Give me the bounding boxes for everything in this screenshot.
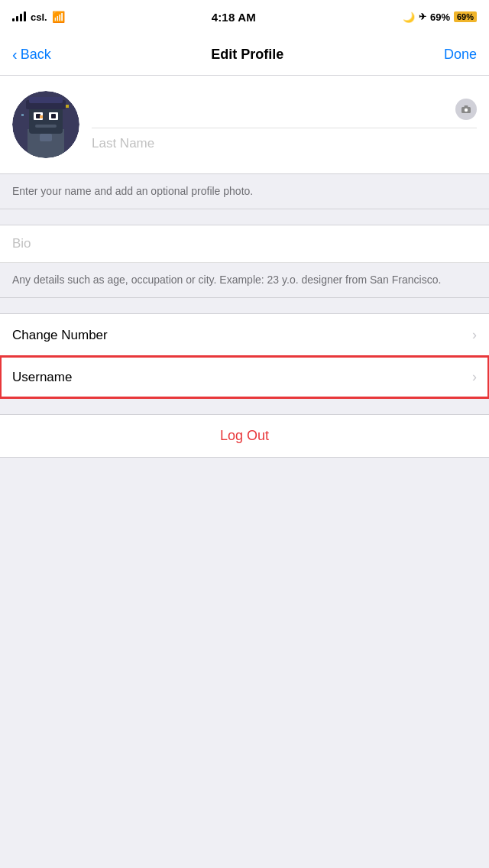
profile-section — [0, 76, 489, 174]
page-title: Edit Profile — [211, 47, 283, 63]
done-button[interactable]: Done — [444, 47, 477, 63]
camera-icon[interactable] — [455, 99, 477, 120]
settings-group: Change Number › Username › — [0, 313, 489, 399]
battery-icon: 69% — [454, 11, 477, 22]
svg-rect-13 — [66, 105, 69, 108]
status-right: 🌙 ✈ 69% 69% — [403, 11, 477, 23]
chevron-left-icon: ‹ — [12, 46, 18, 63]
status-bar: csl. 📶 4:18 AM 🌙 ✈ 69% 69% — [0, 0, 489, 34]
svg-rect-7 — [51, 114, 56, 118]
first-name-input[interactable] — [92, 102, 449, 117]
svg-rect-11 — [40, 115, 43, 118]
svg-rect-14 — [21, 114, 24, 116]
logout-section: Log Out — [0, 414, 489, 458]
svg-rect-8 — [35, 125, 57, 128]
bio-helper-text: Any details such as age, occupation or c… — [0, 263, 489, 297]
avatar[interactable] — [12, 91, 79, 158]
name-fields — [92, 99, 477, 151]
back-button[interactable]: ‹ Back — [12, 46, 51, 63]
svg-point-16 — [465, 108, 468, 111]
status-time: 4:18 AM — [212, 11, 256, 24]
location-icon: ✈ — [419, 11, 426, 22]
profile-helper-text: Enter your name and add an optional prof… — [0, 174, 489, 209]
last-name-input[interactable] — [92, 136, 477, 151]
svg-rect-17 — [465, 105, 468, 108]
wifi-icon: 📶 — [52, 11, 65, 23]
svg-rect-12 — [40, 134, 52, 141]
bottom-space — [0, 458, 489, 519]
last-name-row — [92, 136, 477, 151]
change-number-label: Change Number — [12, 328, 108, 343]
svg-rect-3 — [29, 106, 63, 134]
change-number-chevron: › — [472, 327, 477, 343]
bio-section: Any details such as age, occupation or c… — [0, 225, 489, 298]
svg-rect-10 — [29, 97, 63, 103]
carrier-label: csl. — [31, 11, 47, 23]
moon-icon: 🌙 — [403, 11, 415, 23]
username-label: Username — [12, 370, 72, 385]
signal-icon — [12, 12, 26, 21]
battery-label: 69% — [430, 11, 450, 23]
username-row[interactable]: Username › — [0, 356, 489, 398]
status-left: csl. 📶 — [12, 11, 65, 23]
first-name-row — [92, 99, 477, 128]
username-chevron: › — [472, 369, 477, 385]
logout-button[interactable]: Log Out — [0, 415, 489, 457]
back-label: Back — [21, 47, 51, 63]
nav-bar: ‹ Back Edit Profile Done — [0, 34, 489, 76]
bio-input[interactable] — [12, 236, 477, 251]
change-number-row[interactable]: Change Number › — [0, 314, 489, 356]
bio-input-row — [0, 225, 489, 263]
